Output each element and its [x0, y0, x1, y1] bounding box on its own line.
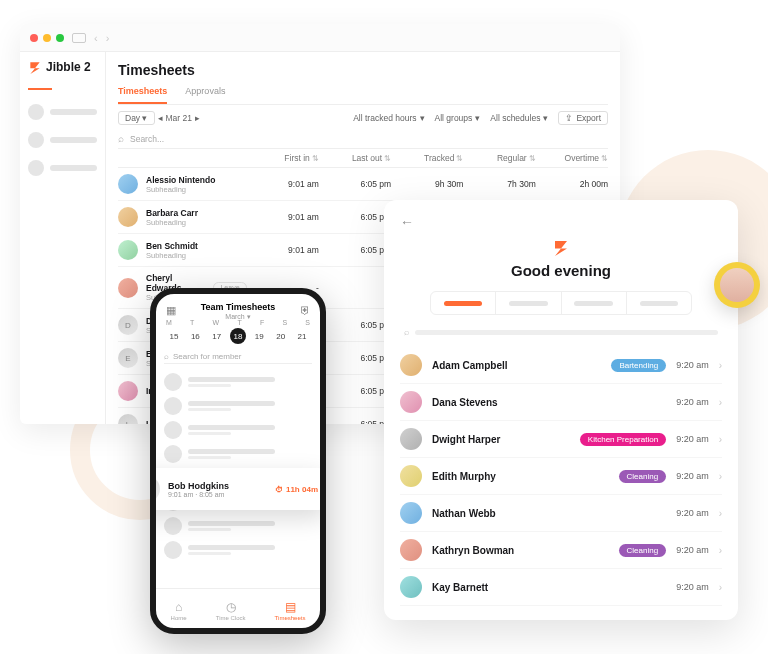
- time-label: 9:20 am: [676, 434, 709, 444]
- nav-timesheets[interactable]: ▤Timesheets: [275, 600, 306, 621]
- member-card[interactable]: Bob Hodgkins 9:01 am · 8:05 am ⏱11h 04m: [150, 468, 326, 510]
- duration-badge: ⏱11h 04m: [275, 485, 318, 494]
- list-item[interactable]: [164, 394, 312, 418]
- export-button[interactable]: ⇪Export: [558, 111, 608, 125]
- brand-logo[interactable]: Jibble 2: [28, 60, 97, 74]
- weekday-label: W: [213, 319, 220, 326]
- cell: 6:05 pm: [319, 320, 391, 330]
- chevron-right-icon: ›: [719, 360, 722, 371]
- filter-schedules[interactable]: All schedules ▾: [490, 113, 548, 123]
- cell: 9:01 am: [247, 245, 319, 255]
- cell: 6:05 pm: [319, 179, 391, 189]
- member-name: Dwight Harper: [432, 434, 570, 445]
- col-regular[interactable]: Regular⇅: [463, 153, 535, 163]
- cell: 6:05 pm: [319, 386, 391, 396]
- toolbar: Day ▾ ◂ Mar 21 ▸ All tracked hours ▾ All…: [118, 111, 608, 125]
- avatar: [118, 381, 138, 401]
- time-label: 9:20 am: [676, 545, 709, 555]
- member-name: Adam Campbell: [432, 360, 601, 371]
- shield-icon[interactable]: ⛨: [298, 303, 312, 317]
- member-name: Alessio Nintendo: [146, 175, 215, 185]
- avatar: [720, 268, 754, 302]
- traffic-lights[interactable]: [30, 34, 64, 42]
- table-row[interactable]: Alessio NintendoSubheading9:01 am6:05 pm…: [118, 168, 608, 201]
- period-select[interactable]: Day ▾: [118, 111, 155, 125]
- member-subtitle: Subheading: [146, 251, 198, 260]
- forward-icon[interactable]: ›: [106, 32, 110, 44]
- list-item[interactable]: Edith MurphyCleaning9:20 am›: [400, 458, 722, 495]
- logo-icon: [28, 60, 42, 74]
- list-item[interactable]: [164, 442, 312, 466]
- sidebar-item[interactable]: [28, 104, 97, 120]
- calendar-day[interactable]: 17: [209, 328, 225, 344]
- logo-icon: [400, 238, 722, 260]
- floating-avatar[interactable]: [714, 262, 760, 308]
- list-item[interactable]: [164, 418, 312, 442]
- filter-groups[interactable]: All groups ▾: [435, 113, 481, 123]
- search-row[interactable]: ⌕ Search...: [118, 129, 608, 149]
- date-label[interactable]: Mar 21: [166, 113, 192, 123]
- col-overtime[interactable]: Overtime⇅: [536, 153, 608, 163]
- activity-tag: Cleaning: [619, 544, 667, 557]
- calendar-day[interactable]: 18: [230, 328, 246, 344]
- list-item[interactable]: Adam CampbellBartending9:20 am›: [400, 347, 722, 384]
- nav-timeclock[interactable]: ◷Time Clock: [216, 600, 246, 621]
- weekday-label: T: [190, 319, 194, 326]
- calendar-day[interactable]: 16: [187, 328, 203, 344]
- cell: 9:01 am: [247, 179, 319, 189]
- weekday-label: F: [260, 319, 264, 326]
- list-item[interactable]: [164, 538, 312, 562]
- cell: 6:05 pm: [319, 353, 391, 363]
- tab-timesheets[interactable]: Timesheets: [118, 86, 167, 104]
- calendar-day[interactable]: 21: [294, 328, 310, 344]
- mobile-search[interactable]: ⌕ Search for member: [164, 350, 312, 364]
- sidebar-item[interactable]: [28, 132, 97, 148]
- prev-day-icon[interactable]: ◂: [158, 113, 163, 123]
- cell: 6:05 pm: [319, 212, 391, 222]
- list-item[interactable]: Kay Barnett9:20 am›: [400, 569, 722, 606]
- sidebar-toggle-icon[interactable]: [72, 33, 86, 43]
- filter-hours[interactable]: All tracked hours ▾: [353, 113, 424, 123]
- col-last-out[interactable]: Last out⇅: [319, 153, 391, 163]
- segment-control[interactable]: [430, 291, 692, 315]
- next-day-icon[interactable]: ▸: [195, 113, 200, 123]
- list-item[interactable]: Kathryn BowmanCleaning9:20 am›: [400, 532, 722, 569]
- avatar: D: [118, 315, 138, 335]
- member-name: Barbara Carr: [146, 208, 198, 218]
- list-item[interactable]: [164, 370, 312, 394]
- tablet-search[interactable]: ⌕: [404, 327, 718, 337]
- segment[interactable]: [562, 292, 627, 314]
- tablet-panel: ← Good evening ⌕ Adam CampbellBartending…: [384, 200, 738, 620]
- weekday-label: S: [282, 319, 287, 326]
- list-item[interactable]: Dana Stevens9:20 am›: [400, 384, 722, 421]
- calendar-day[interactable]: 20: [273, 328, 289, 344]
- list-item[interactable]: Nathan Webb9:20 am›: [400, 495, 722, 532]
- list-item[interactable]: Dwight HarperKitchen Preparation9:20 am›: [400, 421, 722, 458]
- table-header: First in⇅ Last out⇅ Tracked⇅ Regular⇅ Ov…: [118, 149, 608, 168]
- clock-icon: ◷: [226, 600, 236, 614]
- segment[interactable]: [627, 292, 691, 314]
- nav-home[interactable]: ⌂Home: [171, 600, 187, 621]
- segment[interactable]: [496, 292, 561, 314]
- segment[interactable]: [431, 292, 496, 314]
- calendar-day[interactable]: 15: [166, 328, 182, 344]
- close-icon[interactable]: [30, 34, 38, 42]
- col-first-in[interactable]: First in⇅: [247, 153, 319, 163]
- minimize-icon[interactable]: [43, 34, 51, 42]
- home-icon: ⌂: [175, 600, 182, 614]
- chevron-right-icon: ›: [719, 508, 722, 519]
- activity-tag: Cleaning: [619, 470, 667, 483]
- member-name: Kay Barnett: [432, 582, 666, 593]
- member-name: Bob Hodgkins: [168, 481, 267, 491]
- col-tracked[interactable]: Tracked⇅: [391, 153, 463, 163]
- list-item[interactable]: [164, 514, 312, 538]
- sidebar-item[interactable]: [28, 160, 97, 176]
- cell: 9:01 am: [247, 212, 319, 222]
- member-name: Edith Murphy: [432, 471, 609, 482]
- calendar-icon[interactable]: ▦: [164, 303, 178, 317]
- back-icon[interactable]: ←: [400, 214, 414, 230]
- tab-approvals[interactable]: Approvals: [185, 86, 225, 104]
- back-icon[interactable]: ‹: [94, 32, 98, 44]
- calendar-day[interactable]: 19: [251, 328, 267, 344]
- maximize-icon[interactable]: [56, 34, 64, 42]
